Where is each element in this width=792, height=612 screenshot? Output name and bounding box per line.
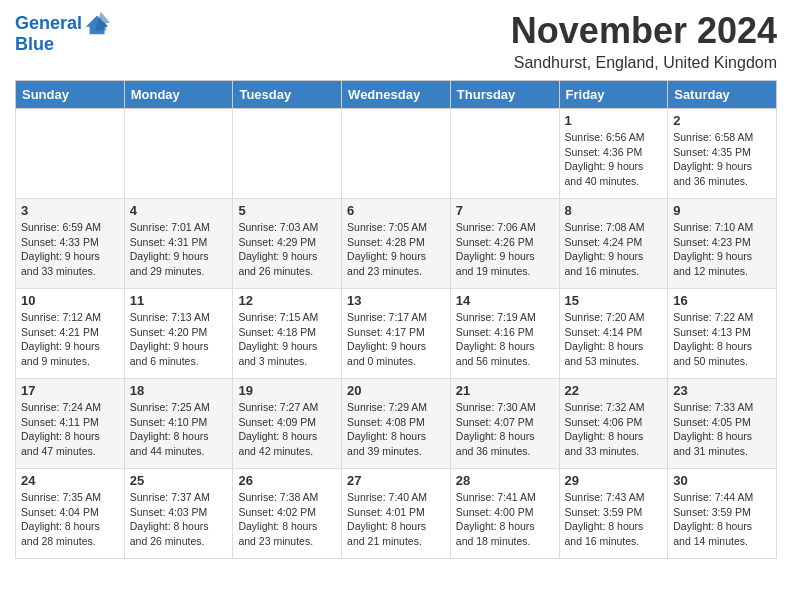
calendar-cell: 28Sunrise: 7:41 AM Sunset: 4:00 PM Dayli… — [450, 469, 559, 559]
calendar-cell: 26Sunrise: 7:38 AM Sunset: 4:02 PM Dayli… — [233, 469, 342, 559]
calendar-cell: 4Sunrise: 7:01 AM Sunset: 4:31 PM Daylig… — [124, 199, 233, 289]
day-info: Sunrise: 7:41 AM Sunset: 4:00 PM Dayligh… — [456, 490, 554, 549]
calendar-week-row: 24Sunrise: 7:35 AM Sunset: 4:04 PM Dayli… — [16, 469, 777, 559]
location: Sandhurst, England, United Kingdom — [511, 54, 777, 72]
day-number: 21 — [456, 383, 554, 398]
day-info: Sunrise: 7:38 AM Sunset: 4:02 PM Dayligh… — [238, 490, 336, 549]
day-info: Sunrise: 7:20 AM Sunset: 4:14 PM Dayligh… — [565, 310, 663, 369]
calendar-week-row: 10Sunrise: 7:12 AM Sunset: 4:21 PM Dayli… — [16, 289, 777, 379]
day-info: Sunrise: 7:06 AM Sunset: 4:26 PM Dayligh… — [456, 220, 554, 279]
day-number: 29 — [565, 473, 663, 488]
logo-icon — [84, 10, 112, 38]
calendar-cell: 21Sunrise: 7:30 AM Sunset: 4:07 PM Dayli… — [450, 379, 559, 469]
day-info: Sunrise: 7:17 AM Sunset: 4:17 PM Dayligh… — [347, 310, 445, 369]
day-info: Sunrise: 7:03 AM Sunset: 4:29 PM Dayligh… — [238, 220, 336, 279]
calendar-cell — [342, 109, 451, 199]
day-number: 4 — [130, 203, 228, 218]
calendar-cell: 15Sunrise: 7:20 AM Sunset: 4:14 PM Dayli… — [559, 289, 668, 379]
weekday-header: Sunday — [16, 81, 125, 109]
calendar-cell: 22Sunrise: 7:32 AM Sunset: 4:06 PM Dayli… — [559, 379, 668, 469]
day-info: Sunrise: 6:59 AM Sunset: 4:33 PM Dayligh… — [21, 220, 119, 279]
calendar-cell: 23Sunrise: 7:33 AM Sunset: 4:05 PM Dayli… — [668, 379, 777, 469]
day-info: Sunrise: 7:43 AM Sunset: 3:59 PM Dayligh… — [565, 490, 663, 549]
day-number: 3 — [21, 203, 119, 218]
day-info: Sunrise: 7:40 AM Sunset: 4:01 PM Dayligh… — [347, 490, 445, 549]
day-number: 20 — [347, 383, 445, 398]
day-number: 30 — [673, 473, 771, 488]
day-number: 22 — [565, 383, 663, 398]
weekday-header: Thursday — [450, 81, 559, 109]
calendar-cell: 6Sunrise: 7:05 AM Sunset: 4:28 PM Daylig… — [342, 199, 451, 289]
calendar-cell — [16, 109, 125, 199]
calendar-week-row: 1Sunrise: 6:56 AM Sunset: 4:36 PM Daylig… — [16, 109, 777, 199]
day-number: 25 — [130, 473, 228, 488]
calendar-cell: 16Sunrise: 7:22 AM Sunset: 4:13 PM Dayli… — [668, 289, 777, 379]
day-info: Sunrise: 7:33 AM Sunset: 4:05 PM Dayligh… — [673, 400, 771, 459]
day-info: Sunrise: 7:27 AM Sunset: 4:09 PM Dayligh… — [238, 400, 336, 459]
calendar-week-row: 3Sunrise: 6:59 AM Sunset: 4:33 PM Daylig… — [16, 199, 777, 289]
day-info: Sunrise: 7:29 AM Sunset: 4:08 PM Dayligh… — [347, 400, 445, 459]
day-number: 19 — [238, 383, 336, 398]
calendar-page: General Blue November 2024 Sandhurst, En… — [0, 0, 792, 569]
calendar-cell: 30Sunrise: 7:44 AM Sunset: 3:59 PM Dayli… — [668, 469, 777, 559]
day-number: 24 — [21, 473, 119, 488]
day-number: 8 — [565, 203, 663, 218]
day-info: Sunrise: 7:37 AM Sunset: 4:03 PM Dayligh… — [130, 490, 228, 549]
calendar-cell: 7Sunrise: 7:06 AM Sunset: 4:26 PM Daylig… — [450, 199, 559, 289]
calendar-cell: 10Sunrise: 7:12 AM Sunset: 4:21 PM Dayli… — [16, 289, 125, 379]
day-number: 1 — [565, 113, 663, 128]
day-number: 17 — [21, 383, 119, 398]
weekday-header: Friday — [559, 81, 668, 109]
calendar-cell: 19Sunrise: 7:27 AM Sunset: 4:09 PM Dayli… — [233, 379, 342, 469]
calendar-cell: 20Sunrise: 7:29 AM Sunset: 4:08 PM Dayli… — [342, 379, 451, 469]
logo-text: General — [15, 14, 82, 34]
day-number: 10 — [21, 293, 119, 308]
weekday-header: Tuesday — [233, 81, 342, 109]
day-number: 11 — [130, 293, 228, 308]
day-info: Sunrise: 7:10 AM Sunset: 4:23 PM Dayligh… — [673, 220, 771, 279]
month-title: November 2024 — [511, 10, 777, 52]
logo: General Blue — [15, 10, 112, 55]
day-number: 5 — [238, 203, 336, 218]
calendar-cell: 8Sunrise: 7:08 AM Sunset: 4:24 PM Daylig… — [559, 199, 668, 289]
day-info: Sunrise: 7:32 AM Sunset: 4:06 PM Dayligh… — [565, 400, 663, 459]
day-info: Sunrise: 7:19 AM Sunset: 4:16 PM Dayligh… — [456, 310, 554, 369]
day-number: 14 — [456, 293, 554, 308]
day-number: 28 — [456, 473, 554, 488]
calendar-cell: 27Sunrise: 7:40 AM Sunset: 4:01 PM Dayli… — [342, 469, 451, 559]
day-number: 26 — [238, 473, 336, 488]
day-number: 13 — [347, 293, 445, 308]
day-number: 16 — [673, 293, 771, 308]
calendar-cell: 25Sunrise: 7:37 AM Sunset: 4:03 PM Dayli… — [124, 469, 233, 559]
day-number: 7 — [456, 203, 554, 218]
weekday-header-row: SundayMondayTuesdayWednesdayThursdayFrid… — [16, 81, 777, 109]
calendar-cell: 29Sunrise: 7:43 AM Sunset: 3:59 PM Dayli… — [559, 469, 668, 559]
calendar-table: SundayMondayTuesdayWednesdayThursdayFrid… — [15, 80, 777, 559]
day-info: Sunrise: 7:13 AM Sunset: 4:20 PM Dayligh… — [130, 310, 228, 369]
calendar-cell: 24Sunrise: 7:35 AM Sunset: 4:04 PM Dayli… — [16, 469, 125, 559]
day-number: 12 — [238, 293, 336, 308]
calendar-cell: 11Sunrise: 7:13 AM Sunset: 4:20 PM Dayli… — [124, 289, 233, 379]
day-number: 6 — [347, 203, 445, 218]
day-info: Sunrise: 7:12 AM Sunset: 4:21 PM Dayligh… — [21, 310, 119, 369]
calendar-week-row: 17Sunrise: 7:24 AM Sunset: 4:11 PM Dayli… — [16, 379, 777, 469]
day-info: Sunrise: 6:56 AM Sunset: 4:36 PM Dayligh… — [565, 130, 663, 189]
calendar-cell: 9Sunrise: 7:10 AM Sunset: 4:23 PM Daylig… — [668, 199, 777, 289]
day-info: Sunrise: 7:15 AM Sunset: 4:18 PM Dayligh… — [238, 310, 336, 369]
calendar-cell — [124, 109, 233, 199]
day-number: 9 — [673, 203, 771, 218]
day-info: Sunrise: 7:25 AM Sunset: 4:10 PM Dayligh… — [130, 400, 228, 459]
day-info: Sunrise: 7:08 AM Sunset: 4:24 PM Dayligh… — [565, 220, 663, 279]
weekday-header: Wednesday — [342, 81, 451, 109]
day-number: 2 — [673, 113, 771, 128]
calendar-cell: 2Sunrise: 6:58 AM Sunset: 4:35 PM Daylig… — [668, 109, 777, 199]
calendar-cell: 18Sunrise: 7:25 AM Sunset: 4:10 PM Dayli… — [124, 379, 233, 469]
weekday-header: Monday — [124, 81, 233, 109]
day-number: 23 — [673, 383, 771, 398]
day-info: Sunrise: 7:01 AM Sunset: 4:31 PM Dayligh… — [130, 220, 228, 279]
day-info: Sunrise: 7:05 AM Sunset: 4:28 PM Dayligh… — [347, 220, 445, 279]
day-info: Sunrise: 6:58 AM Sunset: 4:35 PM Dayligh… — [673, 130, 771, 189]
day-number: 27 — [347, 473, 445, 488]
calendar-cell — [450, 109, 559, 199]
calendar-cell: 3Sunrise: 6:59 AM Sunset: 4:33 PM Daylig… — [16, 199, 125, 289]
